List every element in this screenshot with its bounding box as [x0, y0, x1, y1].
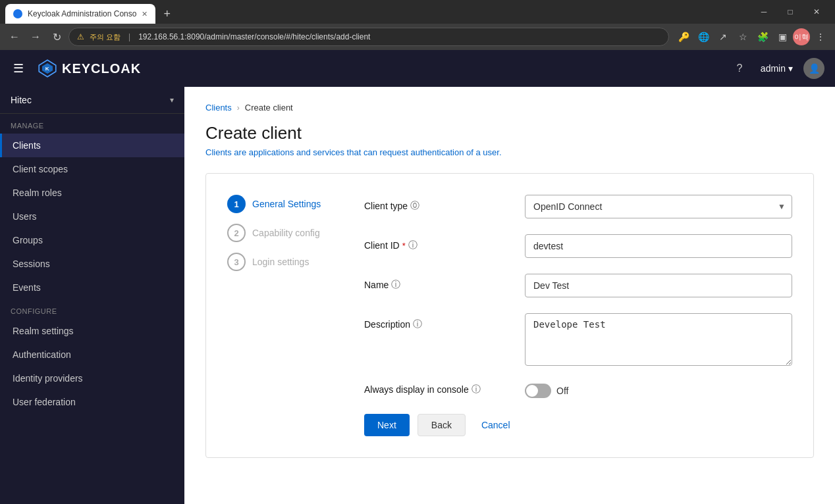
new-tab-button[interactable]: + — [158, 5, 176, 24]
security-warning-icon: ⚠ — [77, 32, 84, 41]
wizard-step-3: 3 Login settings — [227, 253, 333, 271]
content-area: Clients › Create client Create client Cl… — [184, 87, 835, 504]
reload-button[interactable]: ↻ — [47, 28, 66, 46]
sidebar: Hitec ▾ Manage Clients Client scopes Rea… — [0, 87, 184, 504]
sidebar-item-realm-roles[interactable]: Realm roles — [0, 181, 184, 205]
back-nav-button[interactable]: ← — [5, 28, 24, 46]
always-display-help-icon[interactable]: ⓘ — [471, 384, 481, 395]
client-id-help-icon[interactable]: ⓘ — [408, 239, 418, 251]
hamburger-button[interactable]: ☰ — [11, 59, 26, 78]
next-button[interactable]: Next — [364, 414, 410, 436]
sidebar-item-authentication[interactable]: Authentication — [0, 343, 184, 366]
client-id-label: Client ID * ⓘ — [364, 239, 509, 251]
client-id-row: Client ID * ⓘ — [364, 234, 792, 258]
always-display-toggle[interactable] — [525, 384, 551, 398]
sidebar-item-realm-roles-label: Realm roles — [13, 188, 62, 198]
sidebar-item-clients[interactable]: Clients — [0, 134, 184, 157]
app-header: ☰ K KEYCLOAK ? admin ▾ 👤 — [0, 50, 835, 87]
configure-section-label: Configure — [0, 299, 184, 319]
tab-title: Keycloak Administration Conso — [28, 9, 136, 18]
sidebar-item-events-label: Events — [13, 282, 41, 293]
client-type-select[interactable]: OpenID Connect SAML — [525, 195, 792, 218]
name-label: Name ⓘ — [364, 279, 509, 291]
menu-icon-btn[interactable]: ⋮ — [811, 28, 830, 46]
password-icon-btn[interactable]: 🔑 — [674, 28, 693, 46]
back-button[interactable]: Back — [418, 414, 466, 436]
manage-section-label: Manage — [0, 114, 184, 134]
cancel-button[interactable]: Cancel — [473, 414, 518, 436]
page-title: Create client — [205, 123, 814, 143]
name-row: Name ⓘ — [364, 274, 792, 297]
admin-label: admin — [761, 63, 786, 74]
admin-dropdown[interactable]: admin ▾ — [761, 63, 793, 74]
wizard-step-2: 2 Capability config — [227, 224, 333, 242]
svg-text:K: K — [45, 66, 50, 72]
page-subtitle: Clients are applications and services th… — [205, 147, 814, 157]
url-text: 192.168.56.1:8090/admin/master/console/#… — [138, 32, 660, 41]
description-label: Description ⓘ — [364, 318, 509, 330]
realm-selector[interactable]: Hitec ▾ — [0, 87, 184, 114]
extensions-icon-btn[interactable]: 🧩 — [753, 28, 772, 46]
step-1-number: 1 — [234, 199, 238, 209]
user-avatar[interactable]: 👤 — [803, 58, 824, 79]
step-3-number: 3 — [234, 257, 238, 267]
sidebar-item-groups[interactable]: Groups — [0, 228, 184, 252]
wizard-steps: 1 General Settings 2 Capability config — [227, 195, 333, 436]
forward-nav-button[interactable]: → — [26, 28, 45, 46]
sidebar-item-sessions[interactable]: Sessions — [0, 252, 184, 276]
tab-favicon — [13, 9, 22, 18]
always-display-label: Always display in console ⓘ — [364, 384, 509, 395]
sidebar-item-authentication-label: Authentication — [13, 349, 71, 360]
help-button[interactable]: ? — [729, 58, 750, 79]
logo-text: KEYCLOAK — [62, 61, 141, 76]
sidebar-item-sessions-label: Sessions — [13, 259, 50, 269]
sidebar-item-realm-settings[interactable]: Realm settings — [0, 319, 184, 343]
sidebar-item-client-scopes-label: Client scopes — [13, 164, 68, 174]
minimize-button[interactable]: ─ — [751, 0, 777, 24]
always-display-row: Always display in console ⓘ Off — [364, 384, 792, 398]
toggle-state-label: Off — [556, 386, 568, 396]
client-type-label: Client type ⓪ — [364, 200, 509, 212]
sidebar-item-events[interactable]: Events — [0, 276, 184, 299]
translate-icon-btn[interactable]: 🌐 — [694, 28, 713, 46]
step-3-circle: 3 — [227, 253, 246, 271]
maximize-button[interactable]: □ — [777, 0, 803, 24]
description-textarea[interactable]: Develope Test — [525, 313, 792, 366]
wizard-step-1: 1 General Settings — [227, 195, 333, 213]
breadcrumb: Clients › Create client — [205, 103, 814, 113]
sidebar-item-users[interactable]: Users — [0, 205, 184, 228]
browser-profile-avatar[interactable]: 이혁 — [793, 28, 810, 45]
sidebar-item-user-federation[interactable]: User federation — [0, 390, 184, 414]
client-id-input[interactable] — [525, 234, 792, 258]
form-actions: Next Back Cancel — [364, 414, 792, 436]
sidebar-icon-btn[interactable]: ▣ — [773, 28, 792, 46]
wizard-form: Client type ⓪ OpenID Connect SAML — [364, 195, 792, 436]
sidebar-item-users-label: Users — [13, 211, 37, 222]
wizard-card: 1 General Settings 2 Capability config — [205, 173, 814, 458]
address-bar[interactable]: ⚠ 주의 요함 | 192.168.56.1:8090/admin/master… — [68, 28, 669, 46]
user-avatar-icon: 👤 — [809, 63, 820, 74]
active-tab[interactable]: Keycloak Administration Conso ✕ — [5, 4, 155, 24]
description-help-icon[interactable]: ⓘ — [413, 318, 422, 330]
sidebar-item-identity-providers-label: Identity providers — [13, 373, 83, 384]
name-help-icon[interactable]: ⓘ — [391, 279, 400, 291]
share-icon-btn[interactable]: ↗ — [714, 28, 732, 46]
client-type-row: Client type ⓪ OpenID Connect SAML — [364, 195, 792, 218]
client-type-help-icon[interactable]: ⓪ — [410, 200, 419, 212]
help-icon: ? — [736, 63, 742, 74]
keycloak-logo-icon: K — [37, 58, 58, 79]
realm-name: Hitec — [11, 95, 32, 105]
name-input[interactable] — [525, 274, 792, 297]
sidebar-item-identity-providers[interactable]: Identity providers — [0, 366, 184, 390]
tab-close-btn[interactable]: ✕ — [142, 10, 148, 18]
step-2-label: Capability config — [252, 228, 320, 238]
realm-dropdown-arrow: ▾ — [170, 95, 174, 105]
step-2-circle: 2 — [227, 224, 246, 242]
close-button[interactable]: ✕ — [803, 0, 830, 24]
sidebar-item-clients-label: Clients — [13, 140, 41, 151]
breadcrumb-clients-link[interactable]: Clients — [205, 103, 232, 113]
sidebar-item-client-scopes[interactable]: Client scopes — [0, 157, 184, 181]
step-3-label: Login settings — [252, 257, 309, 267]
bookmark-icon-btn[interactable]: ☆ — [734, 28, 752, 46]
description-row: Description ⓘ Develope Test — [364, 313, 792, 368]
